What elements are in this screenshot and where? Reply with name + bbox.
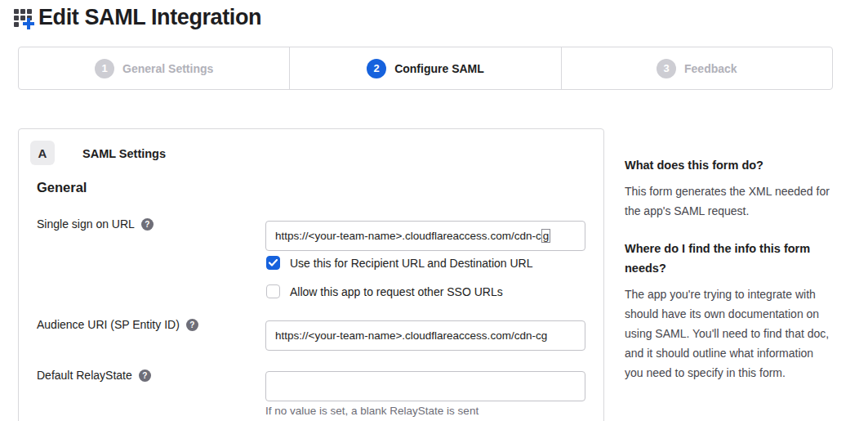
other-sso-urls-checkbox[interactable]	[266, 284, 280, 298]
sso-url-input[interactable]: https://<your-team-name>.cloudflareacces…	[265, 221, 585, 251]
general-section-heading: General	[37, 180, 87, 195]
relaystate-hint: If no value is set, a blank RelayState i…	[265, 405, 479, 417]
help-icon[interactable]: ?	[139, 369, 151, 382]
section-a-badge: A	[30, 141, 55, 165]
recipient-url-checkbox-row: Use this for Recipient URL and Destinati…	[266, 256, 533, 270]
saml-settings-panel: A SAML Settings General Single sign on U…	[18, 128, 604, 421]
relaystate-label: Default RelayState	[37, 369, 132, 382]
sidebar-heading: What does this form do?	[625, 155, 830, 175]
recipient-url-checkbox[interactable]	[266, 256, 280, 270]
wizard-steps: 1 General Settings 2 Configure SAML 3 Fe…	[18, 47, 833, 90]
app-grid-add-icon	[12, 6, 37, 30]
help-sidebar: What does this form do? This form genera…	[625, 155, 830, 401]
audience-uri-label-row: Audience URI (SP Entity ID) ?	[37, 318, 198, 331]
sso-url-value: https://<your-team-name>.cloudflareacces…	[275, 230, 541, 242]
audience-uri-label: Audience URI (SP Entity ID)	[37, 318, 180, 331]
page-header: Edit SAML Integration	[12, 5, 261, 30]
step-label: Configure SAML	[394, 62, 484, 75]
relaystate-label-row: Default RelayState ?	[37, 369, 151, 382]
relaystate-input[interactable]	[265, 371, 585, 401]
sidebar-paragraph: This form generates the XML needed for t…	[625, 181, 830, 221]
step-number-badge: 1	[95, 59, 114, 78]
step-configure-saml[interactable]: 2 Configure SAML	[289, 47, 560, 89]
other-sso-urls-checkbox-row: Allow this app to request other SSO URLs	[266, 284, 503, 298]
step-general-settings[interactable]: 1 General Settings	[19, 47, 289, 89]
recipient-url-checkbox-label: Use this for Recipient URL and Destinati…	[290, 257, 533, 270]
step-number-badge: 2	[367, 59, 386, 78]
sso-url-label: Single sign on URL	[37, 217, 135, 231]
text-cursor: g	[541, 229, 551, 243]
help-icon[interactable]: ?	[141, 218, 154, 231]
other-sso-urls-checkbox-label: Allow this app to request other SSO URLs	[290, 285, 503, 298]
audience-uri-input[interactable]	[265, 320, 585, 351]
sidebar-heading: Where do I find the info this form needs…	[625, 239, 830, 278]
step-feedback[interactable]: 3 Feedback	[561, 47, 832, 89]
step-label: Feedback	[684, 62, 737, 75]
step-label: General Settings	[122, 62, 213, 75]
sso-url-label-row: Single sign on URL ?	[37, 217, 154, 231]
step-number-badge: 3	[657, 59, 676, 78]
panel-title: SAML Settings	[82, 147, 166, 160]
sidebar-paragraph: The app you're trying to integrate with …	[625, 284, 830, 383]
help-icon[interactable]: ?	[186, 319, 198, 331]
page-title: Edit SAML Integration	[38, 5, 261, 30]
